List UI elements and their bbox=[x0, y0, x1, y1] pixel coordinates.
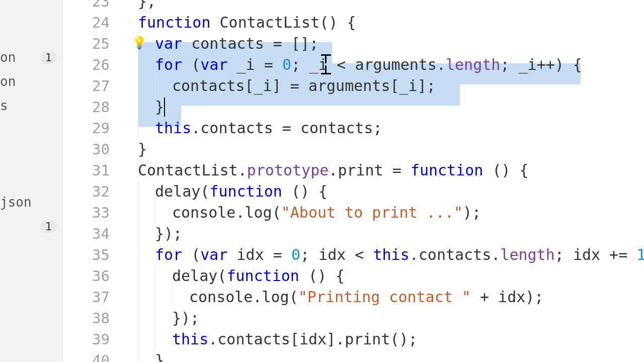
code-line[interactable]: function ContactList() { bbox=[121, 12, 644, 33]
line-number: 34 bbox=[62, 223, 121, 244]
code-line[interactable]: } bbox=[121, 139, 644, 160]
code-text: }); bbox=[121, 225, 182, 242]
code-line[interactable]: }); bbox=[121, 223, 644, 244]
sidebar-item-label: on bbox=[0, 50, 40, 65]
code-text: function ContactList() { bbox=[121, 14, 356, 31]
line-number: 39 bbox=[62, 329, 121, 350]
line-number: 37 bbox=[62, 287, 121, 308]
code-text: delay(function () { bbox=[121, 267, 345, 285]
line-number-gutter: 232425262728293031323334353637383940 bbox=[62, 0, 121, 362]
code-line[interactable]: }, bbox=[121, 0, 644, 12]
line-number: 27 bbox=[62, 75, 121, 97]
code-text: delay(function () { bbox=[121, 183, 328, 200]
sidebar-item[interactable] bbox=[0, 166, 62, 190]
code-line[interactable]: } bbox=[121, 97, 644, 118]
code-line[interactable]: for (var idx = 0; idx < this.contacts.le… bbox=[121, 244, 644, 265]
line-number: 30 bbox=[62, 139, 121, 160]
line-number: 24 bbox=[62, 12, 121, 33]
code-text: } bbox=[121, 98, 164, 116]
code-line[interactable]: delay(function () { bbox=[121, 265, 644, 287]
code-text: for (var _i = 0; _i < arguments.length; … bbox=[121, 56, 582, 73]
code-line[interactable]: }); bbox=[121, 308, 644, 329]
code-text: }, bbox=[121, 0, 156, 10]
code-line[interactable]: ContactList.prototype.print = function (… bbox=[121, 160, 644, 181]
sidebar-item[interactable]: s bbox=[0, 94, 62, 118]
code-line[interactable]: for (var _i = 0; _i < arguments.length; … bbox=[121, 54, 644, 75]
sidebar-item[interactable]: 1 bbox=[0, 214, 62, 238]
sidebar-item[interactable] bbox=[0, 142, 62, 166]
line-number: 32 bbox=[62, 181, 121, 202]
modified-badge: 1 bbox=[40, 220, 57, 233]
code-editor[interactable]: },function ContactList() {💡var contacts … bbox=[121, 0, 644, 362]
text-caret bbox=[164, 98, 165, 117]
code-text: ContactList.prototype.print = function (… bbox=[121, 161, 529, 179]
code-text: console.log("About to print ..."); bbox=[121, 204, 481, 221]
line-number: 40 bbox=[62, 350, 121, 362]
code-text: var contacts = []; bbox=[121, 35, 318, 52]
code-text: console.log("Printing contact " + idx); bbox=[121, 288, 543, 306]
code-text: contacts[_i] = arguments[_i]; bbox=[121, 77, 436, 95]
sidebar-item-label: s bbox=[0, 98, 57, 113]
line-number: 36 bbox=[62, 265, 121, 287]
code-line[interactable]: } bbox=[121, 350, 644, 362]
line-number: 25 bbox=[62, 33, 121, 54]
file-explorer-sidebar[interactable]: on1onsjson1 bbox=[0, 0, 62, 362]
line-number: 33 bbox=[62, 202, 121, 223]
sidebar-item[interactable]: on bbox=[0, 69, 62, 94]
line-number: 28 bbox=[62, 97, 121, 118]
code-line[interactable]: contacts[_i] = arguments[_i]; bbox=[121, 75, 644, 97]
code-line[interactable]: delay(function () { bbox=[121, 181, 644, 202]
code-text: } bbox=[121, 140, 147, 158]
intention-bulb-icon[interactable]: 💡 bbox=[133, 36, 146, 49]
modified-badge: 1 bbox=[40, 51, 57, 64]
code-line[interactable]: this.contacts[idx].print(); bbox=[121, 329, 644, 350]
line-number: 35 bbox=[62, 244, 121, 265]
code-line[interactable]: console.log("Printing contact " + idx); bbox=[121, 287, 644, 308]
sidebar-item[interactable]: on1 bbox=[0, 45, 62, 69]
sidebar-item[interactable]: json bbox=[0, 190, 62, 214]
line-number: 31 bbox=[62, 160, 121, 181]
line-number: 26 bbox=[62, 54, 121, 75]
sidebar-item-label: json bbox=[0, 195, 57, 210]
sidebar-item[interactable] bbox=[0, 118, 62, 142]
code-line[interactable]: 💡var contacts = []; bbox=[121, 33, 644, 54]
code-text: } bbox=[121, 351, 164, 362]
code-text: }); bbox=[121, 309, 199, 327]
sidebar-item-label: on bbox=[0, 74, 57, 89]
code-line[interactable]: this.contacts = contacts; bbox=[121, 118, 644, 139]
code-line[interactable]: console.log("About to print ..."); bbox=[121, 202, 644, 223]
line-number: 29 bbox=[62, 118, 121, 139]
line-number: 23 bbox=[62, 0, 121, 12]
line-number: 38 bbox=[62, 308, 121, 329]
code-text: this.contacts = contacts; bbox=[121, 119, 382, 137]
code-text: for (var idx = 0; idx < this.contacts.le… bbox=[121, 246, 644, 263]
code-text: this.contacts[idx].print(); bbox=[121, 330, 418, 348]
text-cursor-icon bbox=[319, 54, 333, 74]
